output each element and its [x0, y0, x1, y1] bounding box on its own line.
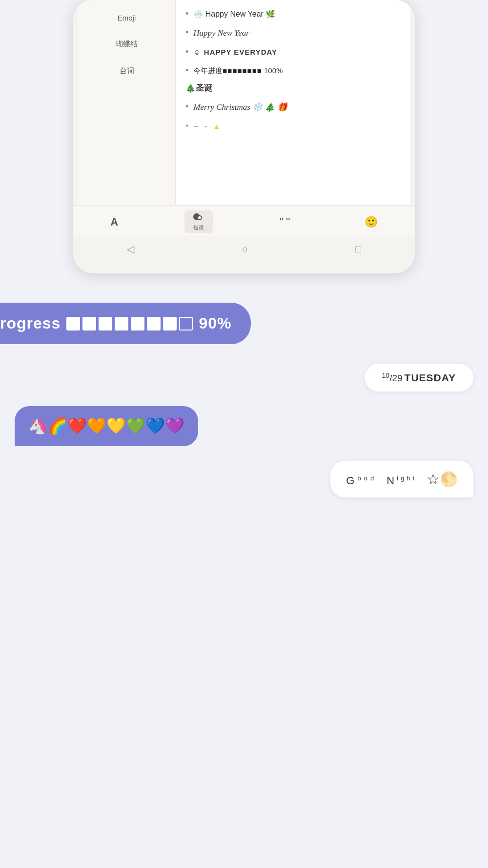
- toolbar-phrase-button[interactable]: 短语: [184, 210, 213, 233]
- emoji-icon: 🙂: [365, 217, 378, 227]
- phrase-item-1[interactable]: 🌨️ Happy New Year 🌿: [185, 5, 400, 23]
- date-day: TUESDAY: [405, 372, 456, 384]
- block-5: [131, 317, 144, 331]
- block-7: [163, 317, 177, 331]
- nav-home-button[interactable]: ○: [242, 244, 247, 255]
- block-2: [82, 317, 96, 331]
- phrase-list-happy-new-year: 🌨️ Happy New Year 🌿 Happy New Year ☺ HAP…: [185, 5, 400, 80]
- phone-screen: Emoji 蝴蝶结 台词 🌨️ Happy New Year 🌿 Happy N…: [78, 0, 410, 205]
- emoji-hearts-text: 🦄🌈❤️🧡💛💚💙💜: [28, 417, 184, 434]
- partial-phrase-item: -- - ▲: [185, 117, 400, 135]
- content-area: 🌨️ Happy New Year 🌿 Happy New Year ☺ HAP…: [176, 0, 410, 205]
- progress-blocks: [66, 317, 193, 331]
- toolbar-quote-button[interactable]: " ": [272, 214, 298, 230]
- date-number: 10/29: [382, 372, 403, 384]
- phrase-item-merry-christmas[interactable]: Merry Christmas ❄️ 🎄 🎁: [185, 98, 400, 117]
- section-header-christmas: 🎄圣诞: [185, 83, 400, 94]
- nav-recent-button[interactable]: □: [355, 244, 361, 255]
- date-badge-row: 10/29 TUESDAY: [15, 364, 473, 392]
- block-8: [179, 317, 193, 331]
- night-emoji: ☆🌕: [427, 471, 458, 488]
- phrase-text-4: 今年进度■■■■■■■■ 100%: [193, 65, 283, 76]
- bubble-left-row: 🦄🌈❤️🧡💛💚💙💜: [15, 406, 473, 446]
- bubble-left-emoji: 🦄🌈❤️🧡💛💚💙💜: [15, 406, 198, 446]
- sidebar-item-script[interactable]: 台词: [78, 58, 175, 84]
- phrase-label: 短语: [193, 224, 204, 231]
- sidebar-item-bowknot[interactable]: 蝴蝶结: [78, 31, 175, 58]
- block-4: [115, 317, 128, 331]
- quote-icon: " ": [280, 216, 290, 228]
- date-badge: 10/29 TUESDAY: [365, 364, 473, 392]
- phrase-item-4[interactable]: 今年进度■■■■■■■■ 100%: [185, 62, 400, 80]
- phrase-item-3[interactable]: ☺ HAPPY EVERYDAY: [185, 43, 400, 62]
- progress-bubble: rogress 90%: [0, 303, 251, 344]
- nav-back-button[interactable]: ◁: [127, 243, 134, 255]
- phrase-text-2: Happy New Year: [193, 27, 249, 39]
- phrase-text-1: 🌨️ Happy New Year 🌿: [193, 9, 275, 20]
- partial-phrase-text: -- - ▲: [193, 122, 220, 130]
- block-3: [99, 317, 112, 331]
- word-good: Good: [346, 475, 377, 487]
- phone-mockup: Emoji 蝴蝶结 台词 🌨️ Happy New Year 🌿 Happy N…: [73, 0, 415, 273]
- progress-percent: 90%: [199, 314, 231, 332]
- phone-toolbar: A 短语 " " 🙂: [73, 205, 415, 236]
- phrase-item-2[interactable]: Happy New Year: [185, 23, 400, 43]
- good-night-content: Good Night ☆🌕: [346, 471, 458, 488]
- sidebar: Emoji 蝴蝶结 台词: [78, 0, 176, 205]
- block-6: [147, 317, 161, 331]
- toolbar-font-button[interactable]: A: [102, 215, 126, 229]
- phrase-text-3: ☺ HAPPY EVERYDAY: [193, 47, 277, 57]
- chat-section: 10/29 TUESDAY 🦄🌈❤️🧡💛💚💙💜 Good Night ☆🌕: [0, 344, 488, 512]
- progress-prefix-text: rogress: [0, 314, 61, 332]
- bubble-right-goodnight: Good Night ☆🌕: [330, 461, 473, 497]
- bubble-right-row: Good Night ☆🌕: [15, 461, 473, 497]
- sidebar-item-emoji[interactable]: Emoji: [78, 5, 175, 31]
- font-icon: A: [110, 217, 118, 227]
- phrase-list-christmas: Merry Christmas ❄️ 🎄 🎁: [185, 98, 400, 117]
- progress-bubble-section: rogress 90%: [0, 303, 488, 344]
- phrase-icon: [192, 212, 205, 223]
- block-1: [66, 317, 80, 331]
- toolbar-emoji-button[interactable]: 🙂: [357, 215, 386, 229]
- word-night: Night: [386, 475, 417, 487]
- phone-nav: ◁ ○ □: [73, 236, 415, 259]
- phrase-text-merry-christmas: Merry Christmas ❄️ 🎄 🎁: [193, 102, 287, 113]
